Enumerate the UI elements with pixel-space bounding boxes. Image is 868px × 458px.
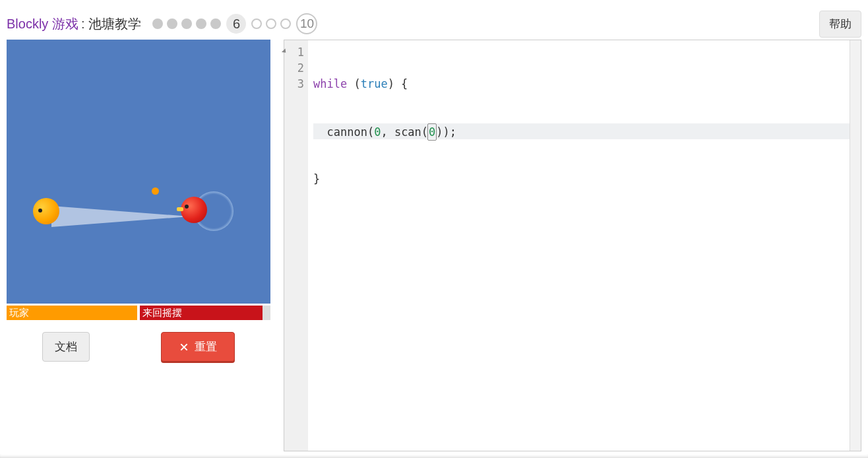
player-duck bbox=[33, 198, 59, 224]
level-dot-2[interactable] bbox=[167, 18, 177, 29]
level-indicator: 6 10 bbox=[150, 13, 321, 34]
close-icon bbox=[179, 342, 189, 352]
player-health-bar: 玩家 bbox=[7, 306, 137, 320]
code-line-3[interactable]: } bbox=[313, 171, 861, 187]
level-dot-4[interactable] bbox=[196, 18, 206, 29]
fold-marker-icon[interactable] bbox=[282, 48, 288, 54]
level-dot-5[interactable] bbox=[210, 18, 221, 29]
left-panel: 玩家 来回摇摆 文档 重置 bbox=[7, 40, 270, 362]
header: Blockly 游戏 : 池塘教学 6 10 帮助 bbox=[7, 12, 861, 36]
pond-canvas bbox=[7, 40, 270, 304]
level-last[interactable]: 10 bbox=[296, 13, 317, 34]
enemy-health-bar: 来回摇摆 bbox=[140, 306, 270, 320]
code-line-2[interactable]: cannon(0, scan(0)); bbox=[313, 123, 861, 139]
level-dot-9[interactable] bbox=[280, 18, 291, 29]
level-current[interactable]: 6 bbox=[226, 14, 246, 34]
enemy-duck bbox=[181, 197, 207, 223]
player-health-label: 玩家 bbox=[9, 307, 29, 319]
help-button[interactable]: 帮助 bbox=[819, 11, 861, 38]
gutter-line-2: 2 bbox=[284, 60, 304, 76]
code-editor[interactable]: 1 2 3 while (true) { cannon(0, scan(0));… bbox=[284, 40, 861, 451]
reset-button-label: 重置 bbox=[195, 339, 217, 354]
scan-cone bbox=[51, 206, 190, 227]
app-root: Blockly 游戏 : 池塘教学 6 10 帮助 玩家 bbox=[0, 0, 868, 458]
blockly-games-link[interactable]: Blockly 游戏 bbox=[7, 15, 78, 33]
code-line-1[interactable]: while (true) { bbox=[313, 76, 861, 92]
editor-scrollbar[interactable] bbox=[850, 40, 861, 451]
editor-gutter: 1 2 3 bbox=[284, 40, 308, 451]
level-dot-3[interactable] bbox=[181, 18, 192, 29]
control-buttons: 文档 重置 bbox=[7, 332, 270, 362]
level-dot-7[interactable] bbox=[251, 18, 262, 29]
gutter-line-1: 1 bbox=[284, 44, 304, 60]
title-separator: : bbox=[81, 16, 85, 32]
level-dot-8[interactable] bbox=[266, 18, 276, 29]
health-bars: 玩家 来回摇摆 bbox=[7, 306, 270, 320]
docs-button[interactable]: 文档 bbox=[42, 332, 90, 362]
code-area[interactable]: while (true) { cannon(0, scan(0)); } bbox=[308, 40, 861, 451]
reset-button[interactable]: 重置 bbox=[161, 332, 235, 362]
bottom-shadow bbox=[0, 454, 868, 458]
level-dot-1[interactable] bbox=[152, 18, 163, 29]
cannon-bullet bbox=[152, 187, 159, 195]
page-subtitle: 池塘教学 bbox=[88, 15, 141, 33]
enemy-health-label: 来回摇摆 bbox=[142, 307, 182, 319]
gutter-line-3: 3 bbox=[284, 76, 304, 92]
